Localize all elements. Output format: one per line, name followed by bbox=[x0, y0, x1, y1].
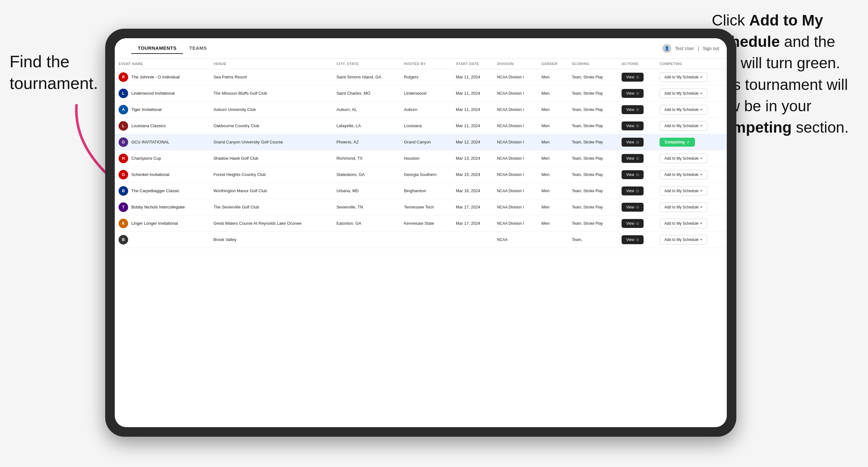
hosted-by-cell: Binghamton bbox=[400, 183, 452, 199]
annotation-left: Find the tournament. bbox=[9, 51, 98, 94]
competing-cell: Add to My Schedule + bbox=[656, 151, 727, 167]
add-to-schedule-button[interactable]: Add to My Schedule + bbox=[659, 154, 707, 163]
start-date-cell: Mar 17, 2024 bbox=[452, 199, 493, 216]
col-division: DIVISION bbox=[493, 59, 538, 69]
actions-cell: View ⊙ bbox=[618, 167, 656, 183]
division-cell: NCAA Division I bbox=[493, 134, 538, 151]
event-name-text: Lindenwood Invitational bbox=[131, 91, 175, 96]
venue-cell: Worthington Manor Golf Club bbox=[210, 183, 333, 199]
event-name-cell: G GCU INVITATIONAL bbox=[115, 134, 210, 151]
add-to-schedule-button[interactable]: Add to My Schedule + bbox=[659, 72, 707, 82]
header-separator: | bbox=[698, 46, 699, 51]
view-button[interactable]: View ⊙ bbox=[622, 89, 644, 98]
event-name-text: Louisiana Classics bbox=[131, 123, 166, 129]
add-to-schedule-button[interactable]: Add to My Schedule + bbox=[659, 186, 707, 196]
competing-cell: Competing ✓ bbox=[656, 134, 727, 151]
division-cell: NCAA Division I bbox=[493, 86, 538, 102]
tab-tournaments[interactable]: TOURNAMENTS bbox=[131, 43, 183, 54]
tablet-frame: TOURNAMENTS TEAMS 👤 Test User | Sign out… bbox=[105, 29, 736, 437]
col-competing: COMPETING bbox=[656, 59, 727, 69]
checkmark-icon: ✓ bbox=[687, 140, 690, 145]
city-state-cell: Eatonton, GA bbox=[333, 216, 400, 232]
actions-cell: View ⊙ bbox=[618, 151, 656, 167]
view-button[interactable]: View ⊙ bbox=[622, 235, 644, 244]
view-button[interactable]: View ⊙ bbox=[622, 73, 644, 82]
add-to-schedule-button[interactable]: Add to My Schedule + bbox=[659, 105, 707, 115]
team-logo: B bbox=[119, 235, 128, 245]
add-to-schedule-button[interactable]: Add to My Schedule + bbox=[659, 170, 707, 180]
table-row: T Bobby Nichols Intercollegiate The Sevi… bbox=[115, 199, 727, 216]
scoring-cell: Team, Stroke Play bbox=[568, 69, 618, 86]
hosted-by-cell: Rutgers bbox=[400, 69, 452, 86]
scoring-cell: Team, Stroke Play bbox=[568, 167, 618, 183]
user-label: Test User bbox=[675, 46, 694, 51]
col-city-state: CITY, STATE bbox=[333, 59, 400, 69]
hosted-by-cell: Louisiana bbox=[400, 118, 452, 134]
actions-cell: View ⊙ bbox=[618, 69, 656, 86]
event-name-cell: R The Johnnie - O Individual bbox=[115, 69, 210, 86]
col-event-name: EVENT NAME bbox=[115, 59, 210, 69]
gender-cell: Men bbox=[538, 151, 568, 167]
division-cell: NCAA Division I bbox=[493, 167, 538, 183]
competing-cell: Add to My Schedule + bbox=[656, 86, 727, 102]
tab-teams[interactable]: TEAMS bbox=[183, 43, 213, 54]
actions-cell: View ⊙ bbox=[618, 86, 656, 102]
competing-cell: Add to My Schedule + bbox=[656, 118, 727, 134]
col-gender: GENDER bbox=[538, 59, 568, 69]
division-cell: NCAA Division I bbox=[493, 69, 538, 86]
scoring-cell: Team, bbox=[568, 232, 618, 248]
event-name-cell: B The Carpetbagger Classic bbox=[115, 183, 210, 199]
add-to-schedule-button[interactable]: Add to My Schedule + bbox=[659, 219, 707, 228]
start-date-cell: Mar 11, 2024 bbox=[452, 69, 493, 86]
competing-cell: Add to My Schedule + bbox=[656, 216, 727, 232]
venue-cell: Great Waters Course At Reynolds Lake Oco… bbox=[210, 216, 333, 232]
venue-cell: Grand Canyon University Golf Course bbox=[210, 134, 333, 151]
division-cell: NCAA Division I bbox=[493, 151, 538, 167]
gender-cell: Men bbox=[538, 86, 568, 102]
table-row: B Brook ValleyNCAATeam,View ⊙Add to My S… bbox=[115, 232, 727, 248]
competing-cell: Add to My Schedule + bbox=[656, 232, 727, 248]
view-button[interactable]: View ⊙ bbox=[622, 154, 644, 163]
view-button[interactable]: View ⊙ bbox=[622, 105, 644, 114]
add-to-schedule-button[interactable]: Add to My Schedule + bbox=[659, 203, 707, 212]
table-row: R The Johnnie - O Individual Sea Palms R… bbox=[115, 69, 727, 86]
actions-cell: View ⊙ bbox=[618, 232, 656, 248]
view-button[interactable]: View ⊙ bbox=[622, 186, 644, 195]
gender-cell: Men bbox=[538, 199, 568, 216]
add-to-schedule-button[interactable]: Add to My Schedule + bbox=[659, 89, 707, 98]
table-row: B The Carpetbagger Classic Worthington M… bbox=[115, 183, 727, 199]
col-start-date: START DATE bbox=[452, 59, 493, 69]
view-button[interactable]: View ⊙ bbox=[622, 219, 644, 228]
gender-cell: Men bbox=[538, 216, 568, 232]
scoring-cell: Team, Stroke Play bbox=[568, 183, 618, 199]
view-button[interactable]: View ⊙ bbox=[622, 121, 644, 130]
add-to-schedule-button[interactable]: Add to My Schedule + bbox=[659, 121, 707, 131]
city-state-cell: Auburn, AL bbox=[333, 102, 400, 118]
start-date-cell: Mar 17, 2024 bbox=[452, 216, 493, 232]
actions-cell: View ⊙ bbox=[618, 102, 656, 118]
hosted-by-cell: Auburn bbox=[400, 102, 452, 118]
event-name-text: The Carpetbagger Classic bbox=[131, 188, 180, 194]
gender-cell: Men bbox=[538, 118, 568, 134]
event-name-text: Linger Longer Invitational bbox=[131, 221, 178, 226]
table-row: L Louisiana Classics Oakbourne Country C… bbox=[115, 118, 727, 134]
team-logo: G bbox=[119, 137, 128, 147]
venue-cell: Sea Palms Resort bbox=[210, 69, 333, 86]
city-state-cell: Saint Charles, MO bbox=[333, 86, 400, 102]
city-state-cell: Urbana, MD bbox=[333, 183, 400, 199]
city-state-cell: Lafayette, LA bbox=[333, 118, 400, 134]
start-date-cell: Mar 11, 2024 bbox=[452, 118, 493, 134]
table-container: EVENT NAME VENUE CITY, STATE HOSTED BY S… bbox=[115, 59, 727, 427]
view-button[interactable]: View ⊙ bbox=[622, 138, 644, 147]
gender-cell: Men bbox=[538, 167, 568, 183]
user-avatar-icon: 👤 bbox=[662, 44, 671, 53]
team-logo: L bbox=[119, 121, 128, 131]
view-button[interactable]: View ⊙ bbox=[622, 170, 644, 179]
team-logo: B bbox=[119, 186, 128, 196]
competing-button[interactable]: Competing ✓ bbox=[659, 138, 695, 147]
signout-link[interactable]: Sign out bbox=[703, 46, 719, 51]
add-to-schedule-button[interactable]: Add to My Schedule + bbox=[659, 235, 707, 245]
view-button[interactable]: View ⊙ bbox=[622, 203, 644, 212]
event-name-cell: L Louisiana Classics bbox=[115, 118, 210, 134]
venue-cell: The Missouri Bluffs Golf Club bbox=[210, 86, 333, 102]
